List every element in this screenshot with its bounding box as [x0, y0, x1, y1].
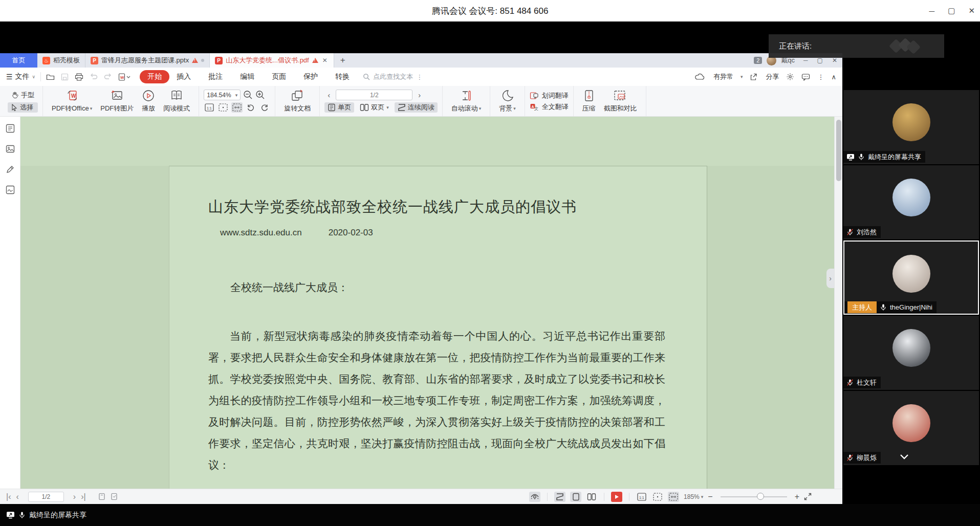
annotate-panel-icon[interactable]	[6, 165, 15, 174]
feedback-icon[interactable]	[801, 73, 810, 81]
double-view-button[interactable]	[586, 492, 597, 502]
hand-tool-button[interactable]: 手型	[8, 90, 38, 100]
images-panel-icon[interactable]	[6, 144, 15, 154]
participant-tile[interactable]: 杜文轩	[843, 316, 979, 390]
select-tool-button[interactable]: 选择	[8, 102, 38, 113]
tab-pdf-active[interactable]: P 山东大学党委统...倡议书.pdf ✕	[210, 53, 334, 68]
new-tab-button[interactable]: +	[334, 53, 352, 68]
menu-insert[interactable]: 插入	[177, 72, 191, 81]
docs-count-badge[interactable]: 2	[754, 57, 762, 64]
scrollbar-thumb[interactable]	[836, 120, 841, 181]
wps-minimize-icon[interactable]: ─	[803, 57, 808, 64]
print-icon[interactable]	[75, 73, 83, 81]
zoom-slider[interactable]	[721, 496, 787, 497]
save-icon[interactable]	[61, 73, 69, 81]
zoom-out-icon[interactable]	[243, 90, 253, 100]
rotate-right-button[interactable]	[259, 102, 270, 113]
undo-icon[interactable]	[90, 73, 98, 80]
wps-restore-icon[interactable]: ▢	[817, 57, 823, 64]
outline-panel-icon[interactable]	[6, 124, 15, 133]
find-text-box[interactable]: 点此查找文本 ⋮	[363, 72, 423, 81]
share-icon[interactable]	[750, 73, 757, 81]
play-button[interactable]: 播放	[138, 90, 159, 113]
chevron-down-icon: ▾	[235, 93, 238, 98]
page-mark-icon[interactable]	[111, 493, 118, 500]
snapshot-compare-button[interactable]: 截图和对比	[600, 90, 641, 113]
open-folder-icon[interactable]	[46, 73, 55, 81]
fit-page-button[interactable]	[652, 492, 663, 502]
actual-size-button[interactable]: 1:1	[636, 492, 647, 502]
participant-tile[interactable]: 柳晨烁	[843, 391, 979, 465]
continuous-read-button[interactable]: 连续阅读	[395, 102, 438, 113]
close-tab-icon[interactable]: ✕	[321, 57, 329, 64]
compress-button[interactable]: 压缩	[578, 90, 600, 113]
last-page-icon[interactable]: ›|	[81, 492, 85, 501]
zoom-out-button[interactable]: −	[708, 492, 712, 501]
menu-convert[interactable]: 转换	[335, 72, 350, 81]
prev-page-icon[interactable]: ‹	[324, 91, 333, 99]
vertical-scrollbar[interactable]	[834, 117, 842, 489]
background-button[interactable]: 背景▾	[495, 90, 520, 113]
collapse-ribbon-icon[interactable]: ∧	[831, 73, 836, 81]
participant-tile[interactable]: 刘浩然	[843, 165, 979, 239]
collapse-panel-button[interactable]	[899, 453, 910, 462]
eye-protect-button[interactable]	[529, 492, 540, 502]
auto-scroll-button[interactable]: 自动滚动▾	[447, 90, 486, 113]
menu-start-active[interactable]: 开始	[140, 70, 169, 83]
menu-edit[interactable]: 编辑	[240, 72, 254, 81]
menu-protect[interactable]: 保护	[303, 72, 318, 81]
single-view-button[interactable]	[570, 492, 581, 502]
slideshow-play-button[interactable]	[611, 492, 622, 502]
continuous-view-button[interactable]	[554, 492, 565, 502]
tab-docer[interactable]: ♨ 稻壳模板	[37, 53, 85, 68]
statusbar-zoom-select[interactable]: 185% ▾	[684, 493, 703, 500]
more-vertical-icon[interactable]: ⋮	[416, 73, 423, 81]
panel-expand-handle[interactable]: ›	[826, 269, 834, 288]
next-page-icon[interactable]: ›	[415, 91, 424, 99]
fit-width-button[interactable]	[668, 492, 679, 502]
rotate-doc-button[interactable]: 旋转文档	[280, 90, 315, 113]
prev-page-icon[interactable]: ‹	[16, 492, 18, 501]
fit-width-button[interactable]	[231, 102, 243, 113]
tab-home[interactable]: 首页	[0, 53, 37, 68]
participant-tile-host[interactable]: 主持人 theGinger|Nihi	[843, 240, 979, 315]
document-canvas[interactable]: 山东大学党委统战部致全校统一战线广大成员的倡议书 www.sdtz.sdu.ed…	[20, 117, 834, 489]
menu-page[interactable]: 页面	[272, 72, 286, 81]
export-word-icon[interactable]: W	[118, 73, 130, 81]
sign-panel-icon[interactable]	[6, 185, 15, 194]
fullscreen-icon[interactable]	[804, 493, 812, 500]
sync-status-label[interactable]: 有异常	[713, 72, 733, 81]
cloud-sync-icon[interactable]	[695, 73, 705, 80]
next-page-icon[interactable]: ›	[73, 492, 76, 501]
word-translate-button[interactable]: 划词翻译	[530, 91, 569, 100]
zoom-in-icon[interactable]	[255, 90, 265, 100]
rotate-left-button[interactable]	[245, 102, 256, 113]
file-menu[interactable]: ☰ 文件 ∨	[6, 72, 35, 81]
zoom-in-button[interactable]: +	[795, 492, 799, 501]
statusbar-page-input[interactable]: 1/2	[28, 492, 64, 502]
fit-page-button[interactable]	[217, 102, 229, 113]
menu-comment[interactable]: 批注	[208, 72, 223, 81]
page-number-input[interactable]: 1/2	[336, 90, 412, 100]
more-vertical-icon[interactable]: ⋮	[817, 73, 824, 81]
double-page-button[interactable]: 双页 ▾	[357, 102, 392, 113]
single-page-button[interactable]: 单页	[324, 102, 354, 113]
read-mode-button[interactable]: 阅读模式	[159, 90, 194, 113]
pdf-to-image-button[interactable]: PDF转图片	[96, 90, 138, 113]
full-translate-button[interactable]: A文 全文翻译	[530, 102, 569, 112]
pdf-to-office-button[interactable]: W PDF转Office▾	[48, 90, 96, 113]
zoom-slider-knob[interactable]	[757, 493, 764, 500]
participant-tile[interactable]: 戴绮呈的屏幕共享	[843, 90, 979, 164]
share-label[interactable]: 分享	[766, 72, 779, 81]
bookmark-icon[interactable]	[98, 493, 105, 500]
actual-size-button[interactable]: 1:1	[204, 102, 215, 113]
minimize-icon[interactable]: ─	[929, 7, 935, 15]
zoom-select[interactable]: 184.54% ▾	[204, 90, 241, 100]
first-page-icon[interactable]: |‹	[6, 492, 11, 501]
redo-icon[interactable]	[104, 73, 112, 80]
gear-icon[interactable]	[786, 73, 794, 81]
maximize-icon[interactable]: ▢	[948, 6, 955, 15]
tab-pptx[interactable]: P 雷锋月志愿服务主题团课.pptx	[85, 53, 210, 68]
close-icon[interactable]: ✕	[968, 6, 975, 15]
wps-close-icon[interactable]: ✕	[832, 57, 837, 64]
